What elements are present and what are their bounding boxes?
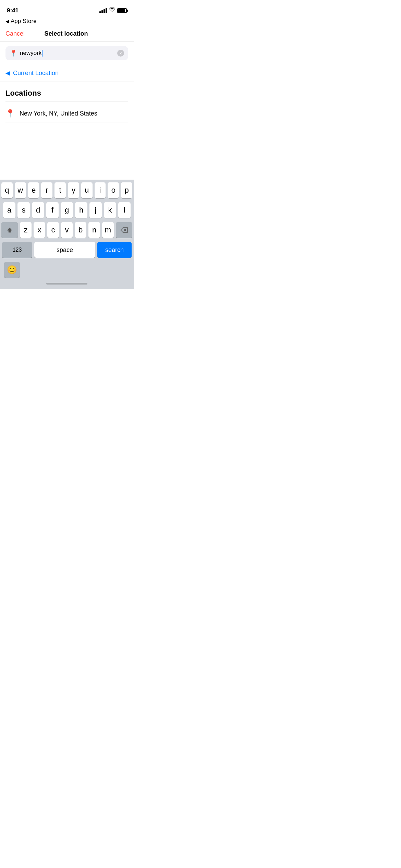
signal-bars-icon [99, 8, 107, 13]
locations-heading: Locations [5, 89, 128, 98]
key-i[interactable]: i [95, 182, 106, 198]
locations-section: Locations 📍 New York, NY, United States [0, 82, 134, 125]
delete-key[interactable] [116, 222, 132, 238]
nav-header: Cancel Select location [0, 26, 134, 42]
location-arrow-icon: ◀ [5, 69, 10, 77]
key-p[interactable]: p [121, 182, 132, 198]
keyboard-row-2: a s d f g h j k l [1, 202, 132, 218]
key-g[interactable]: g [61, 202, 73, 218]
result-pin-icon: 📍 [5, 109, 15, 118]
home-indicator [1, 278, 132, 289]
numbers-label: 123 [13, 247, 22, 253]
key-x[interactable]: x [34, 222, 45, 238]
numbers-key[interactable]: 123 [2, 242, 32, 258]
location-divider [5, 101, 128, 101]
space-key[interactable]: space [34, 242, 95, 258]
emoji-key[interactable]: 😊 [4, 262, 20, 278]
back-link: ◀ App Store [5, 18, 128, 25]
key-c[interactable]: c [47, 222, 59, 238]
back-label: App Store [11, 18, 37, 25]
emoji-icon: 😊 [7, 265, 17, 275]
key-e[interactable]: e [28, 182, 39, 198]
clear-icon: × [119, 51, 122, 56]
search-clear-button[interactable]: × [117, 50, 124, 57]
current-location-label: Current Location [13, 70, 59, 77]
wifi-icon [109, 8, 115, 14]
location-result-text: New York, NY, United States [20, 110, 97, 117]
status-time: 9:41 [7, 7, 19, 14]
keyboard-emoji-row: 😊 [1, 260, 132, 278]
key-v[interactable]: v [61, 222, 73, 238]
status-icons [99, 8, 127, 14]
search-bar: 📍 newyork × [5, 46, 128, 60]
key-o[interactable]: o [108, 182, 119, 198]
search-key[interactable]: search [97, 242, 132, 258]
space-label: space [57, 246, 73, 254]
search-input[interactable]: newyork [20, 50, 114, 57]
key-y[interactable]: y [68, 182, 79, 198]
search-container: 📍 newyork × [0, 42, 134, 64]
keyboard-bottom-row: 123 space search [1, 242, 132, 258]
key-q[interactable]: q [1, 182, 13, 198]
cancel-button[interactable]: Cancel [5, 30, 25, 37]
key-a[interactable]: a [3, 202, 15, 218]
keyboard: q w e r t y u i o p a s d f g h j k l z … [0, 180, 134, 289]
current-location-button[interactable]: ◀ Current Location [0, 64, 134, 82]
page-title: Select location [44, 30, 88, 37]
keyboard-row-1: q w e r t y u i o p [1, 182, 132, 198]
key-h[interactable]: h [75, 202, 87, 218]
key-k[interactable]: k [104, 202, 116, 218]
location-result-item[interactable]: 📍 New York, NY, United States [5, 105, 128, 122]
back-nav[interactable]: ◀ App Store [0, 17, 134, 26]
status-bar: 9:41 [0, 0, 134, 17]
key-m[interactable]: m [102, 222, 114, 238]
key-u[interactable]: u [81, 182, 93, 198]
location-pin-icon: 📍 [10, 49, 17, 57]
back-arrow-icon: ◀ [5, 19, 9, 24]
key-l[interactable]: l [118, 202, 131, 218]
key-j[interactable]: j [89, 202, 102, 218]
key-s[interactable]: s [17, 202, 30, 218]
home-bar [46, 283, 87, 285]
key-w[interactable]: w [15, 182, 26, 198]
keyboard-row-3: z x c v b n m [1, 222, 132, 238]
key-b[interactable]: b [75, 222, 86, 238]
key-d[interactable]: d [32, 202, 44, 218]
key-r[interactable]: r [41, 182, 52, 198]
key-z[interactable]: z [20, 222, 32, 238]
search-label: search [105, 246, 124, 254]
text-cursor [42, 50, 42, 57]
search-input-value: newyork [20, 50, 41, 57]
key-f[interactable]: f [46, 202, 59, 218]
key-t[interactable]: t [54, 182, 66, 198]
key-n[interactable]: n [88, 222, 100, 238]
battery-icon [117, 8, 127, 13]
shift-key[interactable] [1, 222, 18, 238]
